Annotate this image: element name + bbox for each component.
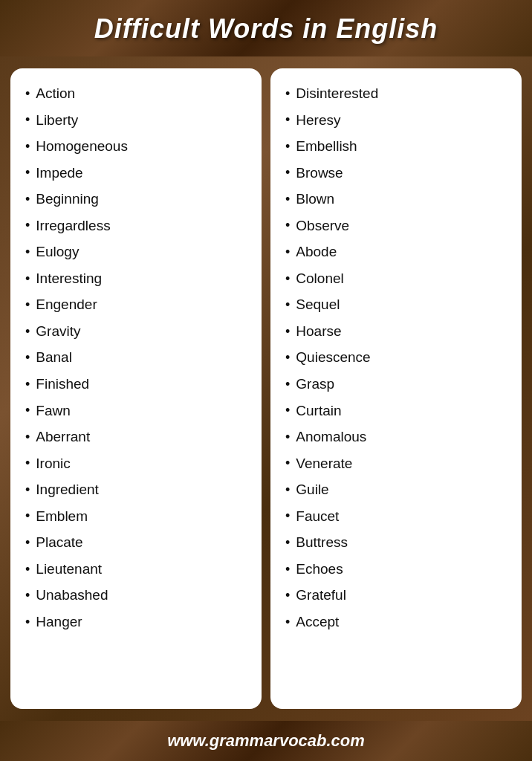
list-item: Buttress xyxy=(285,529,513,556)
list-item: Abode xyxy=(285,239,513,265)
list-item: Grasp xyxy=(285,371,513,398)
footer-url: www.grammarvocab.com xyxy=(167,731,365,750)
list-item: Curtain xyxy=(285,398,513,424)
list-item: Disinterested xyxy=(285,80,513,107)
list-item: Accept xyxy=(285,609,513,635)
page-footer: www.grammarvocab.com xyxy=(0,721,532,761)
list-item: Hanger xyxy=(25,609,253,635)
list-item: Observe xyxy=(285,213,513,239)
list-item: Embellish xyxy=(285,133,513,160)
list-item: Guile xyxy=(285,476,513,503)
list-item: Interesting xyxy=(25,265,253,292)
list-item: Impede xyxy=(25,160,253,187)
list-item: Browse xyxy=(285,160,513,187)
list-item: Sequel xyxy=(285,291,513,318)
list-item: Faucet xyxy=(285,503,513,530)
list-item: Heresy xyxy=(285,107,513,134)
list-item: Placate xyxy=(25,529,253,556)
list-item: Banal xyxy=(25,344,253,371)
main-content: ActionLibertyHomogeneousImpedeBeginningI… xyxy=(0,56,532,721)
right-word-list: DisinterestedHeresyEmbellishBrowseBlownO… xyxy=(285,80,513,635)
page-title: Difficult Words in English xyxy=(15,13,517,45)
left-column: ActionLibertyHomogeneousImpedeBeginningI… xyxy=(10,68,262,709)
list-item: Liberty xyxy=(25,107,253,134)
list-item: Anomalous xyxy=(285,424,513,450)
list-item: Hoarse xyxy=(285,318,513,345)
list-item: Gravity xyxy=(25,318,253,345)
list-item: Colonel xyxy=(285,265,513,292)
list-item: Finished xyxy=(25,371,253,398)
list-item: Homogeneous xyxy=(25,133,253,160)
list-item: Fawn xyxy=(25,398,253,424)
list-item: Lieutenant xyxy=(25,556,253,583)
list-item: Quiescence xyxy=(285,344,513,371)
list-item: Grateful xyxy=(285,582,513,609)
list-item: Aberrant xyxy=(25,424,253,450)
page-header: Difficult Words in English xyxy=(0,0,532,56)
list-item: Emblem xyxy=(25,503,253,530)
list-item: Venerate xyxy=(285,450,513,477)
list-item: Ironic xyxy=(25,450,253,477)
list-item: Blown xyxy=(285,186,513,213)
list-item: Beginning xyxy=(25,186,253,213)
list-item: Echoes xyxy=(285,556,513,583)
list-item: Irregardless xyxy=(25,213,253,239)
right-column: DisinterestedHeresyEmbellishBrowseBlownO… xyxy=(270,68,522,709)
list-item: Engender xyxy=(25,291,253,318)
list-item: Action xyxy=(25,80,253,107)
list-item: Unabashed xyxy=(25,582,253,609)
list-item: Eulogy xyxy=(25,239,253,265)
left-word-list: ActionLibertyHomogeneousImpedeBeginningI… xyxy=(25,80,253,635)
list-item: Ingredient xyxy=(25,476,253,503)
